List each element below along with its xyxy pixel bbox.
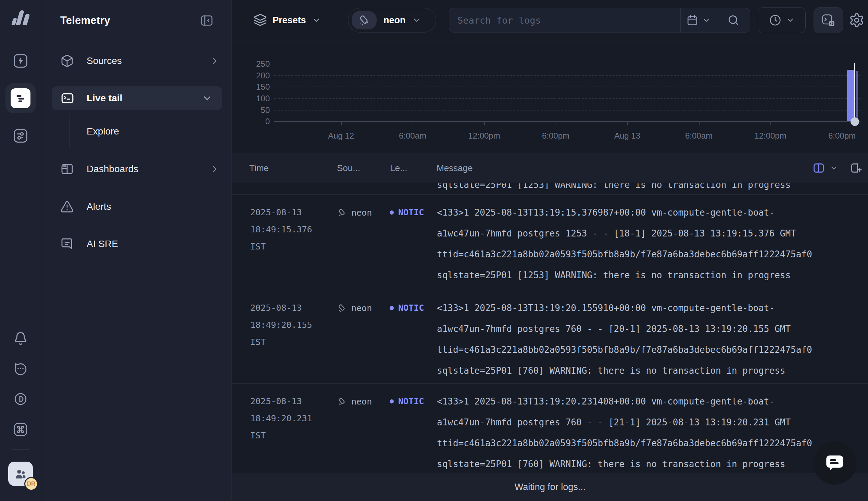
logs-rail-item-active[interactable] [6, 83, 35, 113]
sidebar-item-ai-sre[interactable]: AI SRE [42, 232, 232, 256]
feedback-chat-icon[interactable] [13, 361, 28, 376]
sidebar-item-label: Live tail [87, 93, 122, 104]
collapse-sidebar-icon[interactable] [200, 14, 214, 28]
log-source: neon [337, 207, 372, 218]
column-header-time[interactable]: Time [249, 163, 269, 173]
search-submit-icon[interactable] [727, 14, 742, 27]
sidebar-item-label: Dashboards [87, 163, 138, 174]
time-range-button[interactable] [758, 7, 806, 33]
column-header-message[interactable]: Message [436, 163, 473, 173]
level-dot-icon [390, 211, 394, 215]
layers-icon [253, 13, 267, 27]
chevron-down-icon [412, 15, 422, 25]
sidebar-item-label: Sources [87, 55, 122, 66]
chevron-down-icon [311, 15, 321, 25]
notifications-bell-icon[interactable] [13, 331, 28, 345]
middleware-logo-icon[interactable] [11, 8, 30, 26]
page-title: Telemetry [60, 14, 110, 27]
log-level: NOTIC [390, 207, 424, 217]
y-tick: 150 [246, 82, 270, 92]
log-row[interactable]: 2025-08-1318:49:20.155IST neon NOTIC <13… [232, 290, 868, 383]
sidebar-item-dashboards[interactable]: Dashboards [42, 157, 232, 181]
x-tickmark [556, 122, 557, 125]
main-content: Presets neon [232, 0, 868, 501]
level-dot-icon [390, 306, 394, 310]
settings-gear-icon[interactable] [849, 12, 865, 28]
log-time: 2025-08-1318:49:20.231IST [250, 393, 332, 444]
ai-sre-message-icon [60, 237, 74, 251]
chevron-down-icon[interactable] [830, 164, 838, 172]
time-scrubber-handle[interactable] [850, 117, 859, 126]
theme-toggle-icon[interactable] [13, 392, 28, 406]
x-axis [274, 121, 860, 122]
rail-divider [12, 449, 30, 450]
x-tick-label: 6:00pm [532, 131, 580, 141]
log-row[interactable]: 2025-08-1318:49:15.376IST neon NOTIC <13… [232, 194, 868, 290]
sidebar-item-sources[interactable]: Sources [42, 49, 232, 73]
date-range-picker[interactable] [686, 14, 711, 26]
gridline [274, 64, 860, 64]
clock-icon [769, 14, 782, 27]
search-input[interactable] [449, 8, 679, 32]
add-column-icon[interactable] [850, 162, 862, 174]
log-level: NOTIC [390, 396, 424, 406]
log-message: <133>1 2025-08-13T13:19:15.376987+00:00 … [437, 202, 868, 286]
log-source: neon [337, 396, 372, 407]
quick-actions-icon[interactable] [13, 53, 29, 69]
x-tickmark [413, 122, 413, 125]
alerts-warning-icon [60, 200, 74, 214]
gridline [274, 110, 860, 110]
sources-cube-icon [60, 54, 74, 68]
nav-panel: Telemetry Sources [42, 0, 232, 501]
time-scrubber-line[interactable] [854, 63, 855, 122]
x-tick-label: 12:00pm [747, 131, 794, 141]
chat-fab-button[interactable] [813, 441, 856, 484]
sidebar-item-label: AI SRE [87, 238, 118, 249]
column-header-source[interactable]: Sou... [337, 163, 360, 173]
y-tick: 50 [246, 105, 270, 115]
icon-rail: DR [0, 0, 41, 501]
table-footer: Waiting for logs... [232, 473, 868, 501]
sidebar-item-label: Alerts [87, 201, 111, 212]
x-tick-label: Aug 12 [317, 131, 365, 141]
query-terminal-button[interactable] [814, 7, 843, 33]
x-tick-label: 12:00pm [460, 131, 508, 141]
chevron-right-icon [210, 164, 220, 174]
y-tick: 0 [246, 117, 270, 126]
source-pipe-icon [337, 303, 347, 313]
log-row[interactable]: 2025-08-1318:49:20.231IST neon NOTIC <13… [232, 383, 868, 473]
x-tickmark [484, 122, 485, 125]
source-pipe-icon [337, 396, 347, 407]
logs-icon [11, 88, 31, 108]
log-level: NOTIC [390, 303, 424, 313]
divider [718, 8, 718, 32]
chevron-down-icon [702, 16, 711, 25]
gridline [274, 87, 860, 87]
source-pipe-icon [337, 207, 347, 218]
chevron-down-icon [786, 16, 795, 25]
gridline [274, 98, 860, 99]
user-initials-badge[interactable]: DR [24, 477, 38, 491]
sidebar-item-explore[interactable]: Explore [42, 119, 232, 143]
divider [680, 8, 681, 32]
log-message: <133>1 2025-08-13T13:19:20.155910+00:00 … [437, 298, 868, 381]
x-tickmark [699, 122, 700, 125]
source-pipe-icon [352, 11, 377, 30]
histogram-bar[interactable] [847, 70, 854, 121]
keyboard-shortcuts-icon[interactable] [13, 422, 28, 437]
integrations-icon[interactable] [13, 128, 29, 144]
column-header-level[interactable]: Le... [390, 163, 407, 173]
histogram-bar-secondary [856, 71, 858, 121]
presets-button[interactable]: Presets [253, 8, 321, 32]
x-tick-label: 6:00am [675, 131, 723, 141]
partial-log-row[interactable]: sqlstate=25P01 [1253] WARNING: there is … [232, 183, 868, 194]
y-tick: 250 [246, 59, 270, 69]
chevron-down-icon [202, 93, 213, 104]
columns-layout-icon[interactable] [813, 162, 825, 174]
sidebar-item-label: Explore [87, 126, 119, 137]
x-tick-label: 6:00pm [818, 131, 866, 141]
sidebar-item-alerts[interactable]: Alerts [42, 195, 232, 219]
log-table-header: Time Sou... Le... Message [232, 153, 868, 183]
sidebar-item-live-tail-active[interactable]: Live tail [52, 86, 222, 110]
source-selector[interactable]: neon [348, 8, 436, 32]
